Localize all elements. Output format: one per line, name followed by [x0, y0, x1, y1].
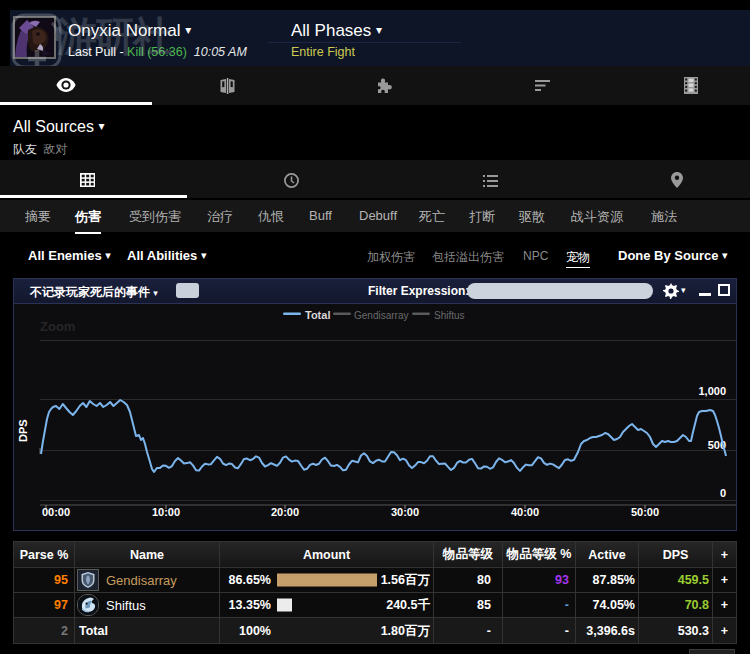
svg-text:30:00: 30:00 [391, 506, 419, 518]
svg-text:Gendisarray: Gendisarray [354, 310, 408, 321]
svg-text:20:00: 20:00 [271, 506, 299, 518]
svg-text:游研社: 游研社 [56, 14, 173, 58]
svg-text:40:00: 40:00 [511, 506, 539, 518]
svg-text:Zoom: Zoom [40, 319, 75, 334]
svg-text:0: 0 [720, 487, 726, 499]
svg-text:DPS: DPS [17, 419, 29, 442]
svg-text:10:00: 10:00 [152, 506, 180, 518]
svg-text:Shiftus: Shiftus [434, 310, 465, 321]
svg-text:1,000: 1,000 [698, 385, 726, 397]
svg-text:00:00: 00:00 [42, 506, 70, 518]
svg-text:50:00: 50:00 [631, 506, 659, 518]
svg-text:Total: Total [305, 309, 330, 321]
